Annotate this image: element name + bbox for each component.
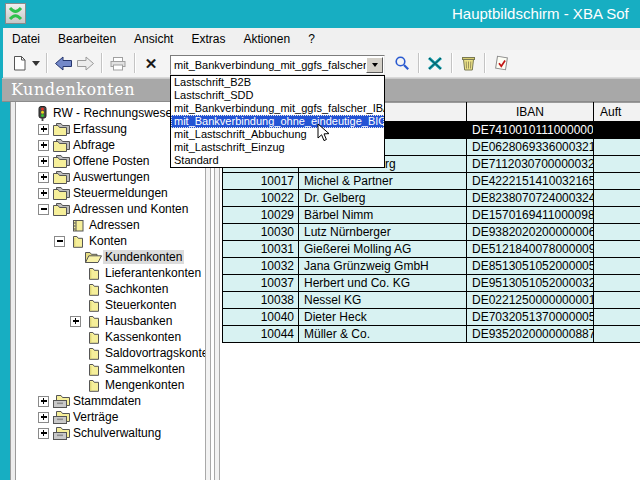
- dropdown-option[interactable]: mit_Lastschrift_Abbuchung: [171, 128, 384, 141]
- sidebar-item-adressen[interactable]: Adressen: [16, 217, 205, 233]
- recycle-bin-icon[interactable]: [457, 53, 479, 73]
- archive-icon: [52, 410, 71, 425]
- cell-konto: 10031: [223, 241, 299, 258]
- collapse-icon[interactable]: [54, 236, 65, 247]
- toolbar-separator: [101, 53, 102, 73]
- menu-item-aktionen[interactable]: Aktionen: [234, 28, 299, 50]
- table-row[interactable]: 10044Müller & Co.DE93520200000008879874: [223, 326, 640, 343]
- menu-bar: DateiBearbeitenAnsichtExtrasAktionen?: [3, 28, 640, 50]
- table-row[interactable]: 10017Michel & PartnerDE42221514100321654…: [223, 173, 640, 190]
- expand-icon[interactable]: [38, 396, 49, 407]
- sidebar-item-steuermeldungen[interactable]: Steuermeldungen: [16, 185, 205, 201]
- expand-icon[interactable]: [38, 412, 49, 423]
- printer-icon[interactable]: [107, 53, 129, 73]
- cell-name: Lutz Nürnberger: [299, 224, 467, 241]
- cell-iban: DE74100101110000006687: [467, 122, 594, 139]
- tree-item-label: Mengenkonten: [103, 378, 186, 392]
- column-header-IBAN[interactable]: IBAN: [467, 103, 594, 122]
- sidebar-item-konten[interactable]: Konten: [16, 233, 205, 249]
- cell-iban: DE71120307000000321321: [467, 156, 594, 173]
- menu-item-extras[interactable]: Extras: [182, 28, 234, 50]
- cell-iban: DE93520200000008879874: [467, 326, 594, 343]
- sidebar-item-hausbanken[interactable]: Hausbanken: [16, 313, 205, 329]
- expand-icon[interactable]: [38, 188, 49, 199]
- new-document-icon[interactable]: [8, 53, 30, 73]
- table-row[interactable]: 10037Herbert und Co. KGDE951305105200003…: [223, 275, 640, 292]
- cell-name: Nessel KG: [299, 292, 467, 309]
- expand-icon[interactable]: [70, 316, 81, 327]
- folders-icon: [52, 170, 71, 185]
- excel-export-icon[interactable]: [424, 53, 446, 73]
- table-row[interactable]: 10029Bärbel NimmDE15701694110000987984: [223, 207, 640, 224]
- expand-icon[interactable]: [38, 172, 49, 183]
- sidebar-item-stammdaten[interactable]: Stammdaten: [16, 393, 205, 409]
- dropdown-option[interactable]: mit_Bankverbindung_ohne_eindeutige_BIC: [171, 115, 384, 128]
- expand-icon[interactable]: [38, 428, 49, 439]
- folder-icon: [84, 282, 103, 297]
- cell-auftrag: [594, 258, 640, 275]
- menu-item-bearbeiten[interactable]: Bearbeiten: [49, 28, 125, 50]
- sidebar-item-verträge[interactable]: Verträge: [16, 409, 205, 425]
- folder-icon: [84, 362, 103, 377]
- cell-name: Bärbel Nimm: [299, 207, 467, 224]
- forward-arrow-icon[interactable]: [74, 53, 96, 73]
- card-file-icon: [68, 218, 87, 233]
- cell-auftrag: [594, 173, 640, 190]
- tree-item-label: Adressen und Konten: [71, 202, 190, 216]
- cell-name: Müller & Co.: [299, 326, 467, 343]
- sidebar-item-mengenkonten[interactable]: Mengenkonten: [16, 377, 205, 393]
- cell-name: Herbert und Co. KG: [299, 275, 467, 292]
- sidebar-item-saldovortragskonten[interactable]: Saldovortragskonten: [16, 345, 205, 361]
- expand-icon[interactable]: [38, 140, 49, 151]
- cell-iban: DE06280693360003216546: [467, 139, 594, 156]
- combobox-dropdown-button[interactable]: [366, 57, 383, 73]
- sidebar-item-kassenkonten[interactable]: Kassenkonten: [16, 329, 205, 345]
- sidebar-item-auswertungen[interactable]: Auswertungen: [16, 169, 205, 185]
- cell-auftrag: [594, 156, 640, 173]
- toolbar-separator: [418, 53, 419, 73]
- folders-icon: [52, 202, 71, 217]
- table-row[interactable]: 10022Dr. GelbergDE82380707240003245777: [223, 190, 640, 207]
- table-row[interactable]: 10040Dieter HeckDE70320513700000054654: [223, 309, 640, 326]
- dropdown-option[interactable]: Standard: [171, 154, 384, 167]
- table-row[interactable]: 10038Nessel KGDE02212500000000013214: [223, 292, 640, 309]
- collapse-icon[interactable]: [38, 204, 49, 215]
- cell-iban: DE02212500000000013214: [467, 292, 594, 309]
- tree-item-label: Konten: [87, 234, 129, 248]
- sidebar-item-lieferantenkonten[interactable]: Lieferantenkonten: [16, 265, 205, 281]
- filter-combobox[interactable]: mit_Bankverbindung_mit_ggfs_falscher_: [170, 55, 385, 75]
- dropdown-option[interactable]: Lastschrift_SDD: [171, 89, 384, 102]
- cell-auftrag: [594, 207, 640, 224]
- menu-item-?[interactable]: ?: [299, 28, 324, 50]
- table-row[interactable]: 10030Lutz NürnbergerDE938202020000000654…: [223, 224, 640, 241]
- tree-item-label: Steuerkonten: [103, 298, 178, 312]
- folder-icon: [68, 234, 87, 249]
- column-header-Auft[interactable]: Auft: [594, 103, 640, 122]
- dropdown-option[interactable]: Lastschrift_B2B: [171, 76, 384, 89]
- table-row[interactable]: 10031Gießerei Molling AGDE51218400780000…: [223, 241, 640, 258]
- cell-auftrag: [594, 122, 640, 139]
- sidebar-item-kundenkonten[interactable]: Kundenkonten: [16, 249, 205, 265]
- expand-icon[interactable]: [38, 124, 49, 135]
- cell-iban: DE15701694110000987984: [467, 207, 594, 224]
- dropdown-option[interactable]: mit_Lastschrift_Einzug: [171, 141, 384, 154]
- table-row[interactable]: 10032Jana Grünzweig GmbHDE85130510520000…: [223, 258, 640, 275]
- expand-icon[interactable]: [38, 156, 49, 167]
- menu-item-ansicht[interactable]: Ansicht: [125, 28, 182, 50]
- menu-item-datei[interactable]: Datei: [3, 28, 49, 50]
- folder-icon: [84, 266, 103, 281]
- dropdown-option[interactable]: mit_Bankverbindung_mit_ggfs_falscher_IBA: [171, 102, 384, 115]
- cell-auftrag: [594, 190, 640, 207]
- sidebar-item-sammelkonten[interactable]: Sammelkonten: [16, 361, 205, 377]
- delete-x-icon[interactable]: ✕: [140, 53, 162, 73]
- note-check-icon[interactable]: [490, 53, 512, 73]
- sidebar-item-adressen-und-konten[interactable]: Adressen und Konten: [16, 201, 205, 217]
- new-document-dropdown-icon[interactable]: [30, 53, 41, 73]
- sidebar-item-steuerkonten[interactable]: Steuerkonten: [16, 297, 205, 313]
- cell-iban: DE82380707240003245777: [467, 190, 594, 207]
- sidebar-item-schulverwaltung[interactable]: Schulverwaltung: [16, 425, 205, 441]
- xba-logo-icon[interactable]: [5, 3, 26, 24]
- search-icon[interactable]: [391, 53, 413, 73]
- back-arrow-icon[interactable]: [52, 53, 74, 73]
- sidebar-item-sachkonten[interactable]: Sachkonten: [16, 281, 205, 297]
